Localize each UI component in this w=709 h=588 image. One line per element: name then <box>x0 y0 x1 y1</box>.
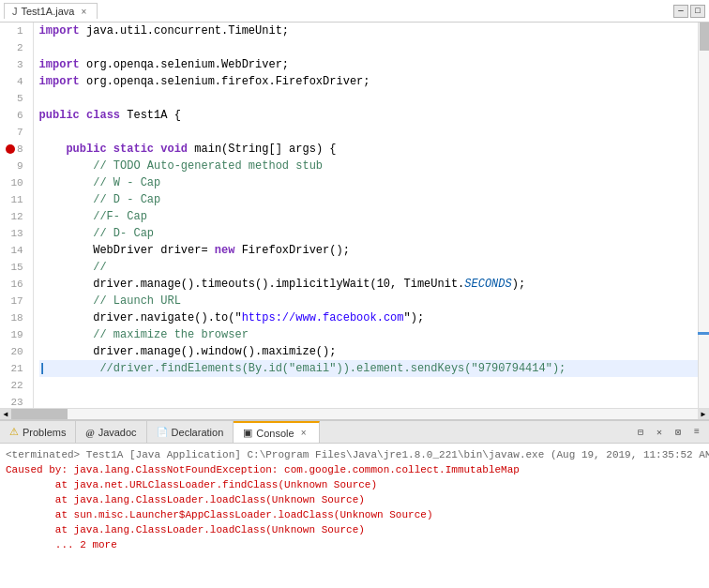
line-number: 7 <box>6 124 27 141</box>
line-number: 18 <box>6 309 27 326</box>
current-line-arrow: | <box>39 360 46 377</box>
tab-close-icon[interactable]: × <box>78 6 89 17</box>
tab-declaration[interactable]: 📄 Declaration <box>147 421 234 443</box>
line-number: 17 <box>6 293 27 309</box>
code-token: import <box>39 23 80 39</box>
code-token: // <box>93 259 106 276</box>
line-number: 15 <box>6 259 27 276</box>
tab-console[interactable]: ▣ Console × <box>234 421 319 443</box>
code-line: WebDriver driver= new FirefoxDriver(); <box>39 242 698 259</box>
code-token <box>39 158 94 174</box>
console-line-3: at java.lang.ClassLoader.loadClass(Unkno… <box>6 492 703 507</box>
line-number: 19 <box>6 326 27 343</box>
code-line <box>39 90 698 107</box>
code-line: import java.util.concurrent.TimeUnit; <box>39 23 698 39</box>
code-token: // Launch URL <box>93 293 181 309</box>
code-token <box>80 107 86 124</box>
line-number: 2 <box>6 39 27 56</box>
code-token: org.openqa.selenium.firefox.FirefoxDrive… <box>80 73 370 90</box>
console-toolbar: ⊟ ✕ ⊠ ≡ <box>628 422 709 443</box>
code-token: WebDriver driver= <box>39 242 215 259</box>
code-token: class <box>86 107 120 124</box>
code-line: driver.manage().window().maximize(); <box>39 343 698 360</box>
code-token: // D- Cap <box>93 225 154 242</box>
code-line: | //driver.findElements(By.id("email")).… <box>39 360 698 377</box>
console-tab-close[interactable]: × <box>298 428 309 439</box>
code-line: // TODO Auto-generated method stub <box>39 158 698 174</box>
console-line-6: ... 2 more <box>6 537 703 552</box>
code-token: driver.navigate().to(" <box>39 309 242 326</box>
scroll-thumb[interactable] <box>11 409 68 419</box>
close-console-button[interactable]: ✕ <box>651 424 668 441</box>
declaration-icon: 📄 <box>157 427 168 437</box>
code-token: import <box>39 73 80 90</box>
code-token: main(String[] args) { <box>188 141 336 158</box>
console-line-2: at java.net.URLClassLoader.findClass(Unk… <box>6 477 703 492</box>
code-line: driver.manage().timeouts().implicitlyWai… <box>39 276 698 293</box>
code-token: // maximize the browser <box>93 326 249 343</box>
code-editor: 1234567891011121314151617181920212223242… <box>0 23 709 408</box>
toggle-console-button[interactable]: ⊠ <box>670 424 686 441</box>
code-token: public <box>39 107 80 124</box>
console-line-5: at java.lang.ClassLoader.loadClass(Unkno… <box>6 522 703 537</box>
tab-problems-label: Problems <box>23 427 66 438</box>
code-token: driver.manage().timeouts().implicitlyWai… <box>39 276 465 293</box>
code-token: // D - Cap <box>93 191 160 208</box>
console-line-4: at sun.misc.Launcher$AppClassLoader.load… <box>6 507 703 522</box>
code-token: FirefoxDriver(); <box>234 242 349 259</box>
code-token: public <box>66 141 106 158</box>
line-number: 3 <box>6 56 27 73</box>
code-line: // D- Cap <box>39 225 698 242</box>
code-token: // W - Cap <box>93 174 160 191</box>
code-token <box>39 326 94 343</box>
line-number: 23 <box>6 394 27 408</box>
maximize-button[interactable]: □ <box>690 5 705 18</box>
code-token: void <box>160 141 188 158</box>
code-line <box>39 124 698 141</box>
code-token: ); <box>512 276 525 293</box>
line-number: 8 <box>6 141 27 158</box>
minimize-button[interactable]: — <box>673 5 688 18</box>
tab-javadoc[interactable]: @ Javadoc <box>76 421 146 443</box>
code-line: // <box>39 259 698 276</box>
scroll-left-button[interactable]: ◀ <box>0 409 11 420</box>
tab-console-label: Console <box>256 428 294 439</box>
code-token: //F- Cap <box>93 208 147 225</box>
scrollbar-thumb[interactable] <box>700 23 709 51</box>
problems-icon: ⚠ <box>9 426 19 438</box>
code-token: "); <box>403 309 424 326</box>
code-token <box>107 141 113 158</box>
code-token <box>39 191 94 208</box>
line-number: 16 <box>6 276 27 293</box>
scroll-right-button[interactable]: ▶ <box>698 409 709 420</box>
code-content[interactable]: import java.util.concurrent.TimeUnit;imp… <box>34 23 698 408</box>
line-number: 22 <box>6 377 27 394</box>
line-number: 20 <box>6 343 27 360</box>
editor-tab[interactable]: J Test1A.java × <box>4 3 98 19</box>
tab-problems[interactable]: ⚠ Problems <box>0 421 76 443</box>
code-token: new <box>215 242 235 259</box>
window-controls: — □ <box>673 5 705 18</box>
javadoc-icon: @ <box>85 427 94 438</box>
code-line: import org.openqa.selenium.firefox.Firef… <box>39 73 698 90</box>
scroll-track[interactable] <box>11 409 698 419</box>
horizontal-scrollbar[interactable]: ◀ ▶ <box>0 408 709 419</box>
vertical-scrollbar[interactable] <box>698 23 709 408</box>
code-token: Test1A { <box>120 107 181 124</box>
code-token: java.util.concurrent.TimeUnit; <box>80 23 289 39</box>
bottom-panel: ⚠ Problems @ Javadoc 📄 Declaration ▣ Con… <box>0 419 709 588</box>
minimize-console-button[interactable]: ⊟ <box>632 424 649 441</box>
code-line: // maximize the browser <box>39 326 698 343</box>
menu-console-button[interactable]: ≡ <box>688 424 705 441</box>
code-token <box>39 174 94 191</box>
code-line: driver.navigate().to("https://www.facebo… <box>39 309 698 326</box>
code-line <box>39 39 698 56</box>
title-bar: J Test1A.java × — □ <box>0 0 709 23</box>
line-number: 6 <box>6 107 27 124</box>
code-token <box>39 293 94 309</box>
line-numbers: 1234567891011121314151617181920212223242… <box>0 23 34 408</box>
tab-javadoc-label: Javadoc <box>98 427 137 438</box>
code-token: static <box>113 141 154 158</box>
line-number: 10 <box>6 174 27 191</box>
code-token: //driver.findElements(By.id("email")).el… <box>99 360 566 377</box>
